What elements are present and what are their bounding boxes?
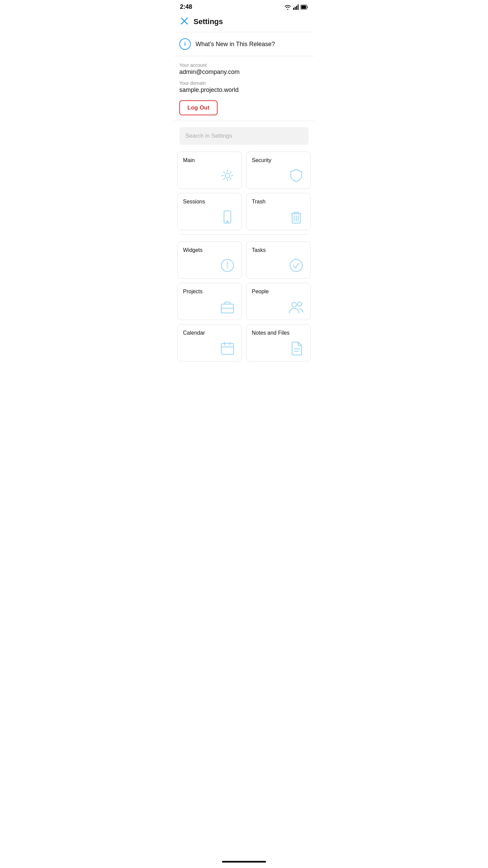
status-bar: 2:48 <box>174 0 314 13</box>
svg-rect-5 <box>301 5 306 9</box>
card-widgets[interactable]: Widgets <box>177 241 242 279</box>
people-icon <box>252 298 305 316</box>
page-title: Settings <box>194 17 223 26</box>
grid-row-4: Projects People <box>177 283 311 320</box>
card-trash[interactable]: Trash <box>246 193 311 230</box>
card-notes-files[interactable]: Notes and Files <box>246 324 311 361</box>
card-trash-label: Trash <box>252 199 305 205</box>
domain-value: sample.projecto.world <box>179 86 309 94</box>
signal-icon <box>293 4 299 10</box>
account-section: Your account admin@company.com Your doma… <box>174 56 314 121</box>
domain-label: Your domain <box>179 80 309 86</box>
whats-new-banner[interactable]: i What's New in This Release? <box>174 32 314 56</box>
card-widgets-label: Widgets <box>183 247 236 253</box>
svg-rect-1 <box>295 7 296 10</box>
card-tasks-label: Tasks <box>252 247 305 253</box>
card-people-label: People <box>252 289 305 295</box>
card-security[interactable]: Security <box>246 152 311 189</box>
card-calendar-label: Calendar <box>183 330 236 336</box>
svg-point-20 <box>298 302 302 306</box>
svg-rect-3 <box>298 4 299 10</box>
battery-icon <box>301 5 308 9</box>
file-icon <box>252 339 305 357</box>
gear-icon <box>183 167 236 184</box>
account-value: admin@company.com <box>179 68 309 76</box>
search-input[interactable] <box>179 127 309 145</box>
card-projects[interactable]: Projects <box>177 283 242 320</box>
status-time: 2:48 <box>180 3 192 11</box>
shield-icon <box>252 167 305 184</box>
account-label: Your account <box>179 62 309 68</box>
svg-point-6 <box>225 173 230 178</box>
logout-button[interactable]: Log Out <box>179 100 218 115</box>
compass-icon <box>183 257 236 274</box>
card-calendar[interactable]: Calendar <box>177 324 242 361</box>
info-icon: i <box>179 38 191 50</box>
card-main[interactable]: Main <box>177 152 242 189</box>
card-notes-files-label: Notes and Files <box>252 330 305 336</box>
svg-point-16 <box>290 259 302 272</box>
card-people[interactable]: People <box>246 283 311 320</box>
card-main-label: Main <box>183 157 236 163</box>
search-section <box>174 121 314 152</box>
page-header: Settings <box>174 13 314 32</box>
check-circle-icon <box>252 257 305 274</box>
briefcase-icon <box>183 298 236 316</box>
card-tasks[interactable]: Tasks <box>246 241 311 279</box>
svg-rect-21 <box>221 343 233 354</box>
card-security-label: Security <box>252 157 305 163</box>
section-divider-1 <box>181 234 307 235</box>
settings-grid: Main Security Sessions <box>174 152 314 361</box>
grid-row-3: Widgets Tasks <box>177 241 311 279</box>
wifi-icon <box>284 4 291 10</box>
grid-row-1: Main Security <box>177 152 311 189</box>
bottom-bar <box>174 857 314 868</box>
phone-icon <box>183 208 236 226</box>
grid-row-5: Calendar Notes and Files <box>177 324 311 361</box>
close-button[interactable] <box>179 16 189 27</box>
card-sessions-label: Sessions <box>183 199 236 205</box>
svg-rect-0 <box>293 8 294 10</box>
grid-row-2: Sessions Trash <box>177 193 311 230</box>
calendar-icon <box>183 339 236 357</box>
card-projects-label: Projects <box>183 289 236 295</box>
card-sessions[interactable]: Sessions <box>177 193 242 230</box>
whats-new-label: What's New in This Release? <box>196 41 275 48</box>
svg-rect-2 <box>296 6 297 10</box>
home-indicator <box>222 861 266 863</box>
trash-icon <box>252 208 305 226</box>
status-icons <box>284 4 308 10</box>
svg-point-8 <box>227 221 228 222</box>
svg-point-19 <box>292 302 297 307</box>
